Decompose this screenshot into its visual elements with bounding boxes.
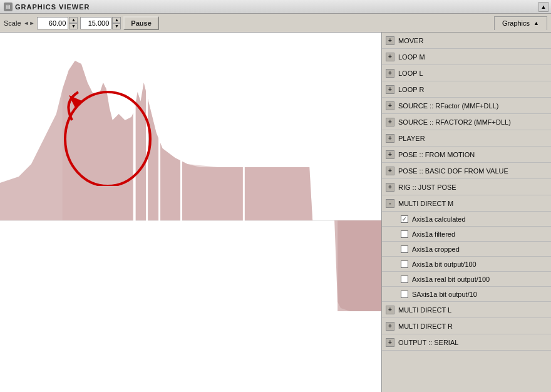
- axis1a-cropped-label: Axis1a cropped: [412, 245, 460, 253]
- saxis1a-bit-output-checkbox[interactable]: [401, 291, 408, 298]
- right-panel: + MOVER + LOOP M + LOOP L + LOOP R + SOU…: [382, 33, 551, 392]
- expand-pose-basic-dof-button[interactable]: +: [386, 167, 394, 175]
- panel-item-multi-direct-m[interactable]: - MULTI DIRECT M: [382, 195, 551, 212]
- multi-direct-r-label: MULTI DIRECT R: [398, 322, 453, 330]
- pose-from-motion-label: POSE :: FROM MOTION: [398, 151, 475, 158]
- window-title: GRAPHICS VIEWER: [15, 3, 90, 11]
- source-rfactor2-label: SOURCE :: RFACTOR2 (MMF+DLL): [398, 118, 511, 126]
- panel-item-output-serial[interactable]: + OUTPUT :: SERIAL: [382, 334, 551, 351]
- panel-items-list: + MOVER + LOOP M + LOOP L + LOOP R + SOU…: [382, 33, 551, 351]
- position-input-group: ▲ ▼: [80, 17, 121, 29]
- scale-input-group: ▲ ▼: [37, 17, 78, 29]
- panel-item-multi-direct-l[interactable]: + MULTI DIRECT L: [382, 302, 551, 318]
- expand-rig-just-pose-button[interactable]: +: [386, 183, 394, 192]
- panel-item-source-rfactor2[interactable]: + SOURCE :: RFACTOR2 (MMF+DLL): [382, 114, 551, 130]
- sub-item-axis1a-real-bit-output[interactable]: Axis1a real bit output/100: [382, 272, 551, 287]
- expand-loop-r-button[interactable]: +: [386, 85, 394, 94]
- panel-item-loop-r[interactable]: + LOOP R: [382, 81, 551, 98]
- axis1a-real-bit-output-checkbox[interactable]: [401, 276, 408, 283]
- app-icon: ▤: [4, 3, 13, 11]
- saxis1a-bit-output-label: SAxis1a bit output/10: [412, 291, 477, 298]
- expand-loop-m-button[interactable]: +: [386, 53, 394, 61]
- scale-spinner: ▲ ▼: [69, 17, 78, 29]
- multi-direct-l-label: MULTI DIRECT L: [398, 306, 451, 314]
- toolbar: Scale ◄► ▲ ▼ ▲ ▼ Pause Graphics ▲: [0, 14, 551, 33]
- scale-up-button[interactable]: ▲: [69, 17, 78, 23]
- sub-item-axis1a-cropped[interactable]: Axis1a cropped: [382, 242, 551, 257]
- scale-arrow-icon: ◄►: [24, 20, 35, 26]
- chart-svg: [0, 33, 381, 392]
- close-button[interactable]: ▲: [538, 2, 548, 12]
- collapse-multi-direct-m-button[interactable]: -: [386, 199, 394, 208]
- rig-just-pose-label: RIG :: JUST POSE: [398, 183, 456, 191]
- expand-pose-from-motion-button[interactable]: +: [386, 150, 394, 159]
- panel-item-loop-m[interactable]: + LOOP M: [382, 49, 551, 65]
- expand-mover-button[interactable]: +: [386, 36, 394, 45]
- sub-item-axis1a-filtered[interactable]: Axis1a filtered: [382, 227, 551, 242]
- player-label: PLAYER: [398, 135, 425, 142]
- chart-area: [0, 33, 382, 392]
- loop-m-label: LOOP M: [398, 53, 425, 61]
- position-input[interactable]: [80, 17, 111, 29]
- graphics-tab[interactable]: Graphics ▲: [494, 16, 547, 30]
- axis1a-bit-output-label: Axis1a bit output/100: [412, 260, 476, 268]
- expand-player-button[interactable]: +: [386, 134, 394, 143]
- scale-input[interactable]: [37, 17, 68, 29]
- output-serial-label: OUTPUT :: SERIAL: [398, 339, 458, 346]
- panel-item-rig-just-pose[interactable]: + RIG :: JUST POSE: [382, 179, 551, 195]
- axis1a-cropped-checkbox[interactable]: [401, 245, 408, 253]
- panel-item-multi-direct-r[interactable]: + MULTI DIRECT R: [382, 318, 551, 334]
- position-up-button[interactable]: ▲: [112, 17, 121, 23]
- main-content: + MOVER + LOOP M + LOOP L + LOOP R + SOU…: [0, 33, 551, 392]
- scale-label: Scale: [4, 19, 21, 27]
- axis1a-filtered-checkbox[interactable]: [401, 230, 408, 238]
- panel-item-mover[interactable]: + MOVER: [382, 33, 551, 49]
- axis1a-real-bit-output-label: Axis1a real bit output/100: [412, 276, 490, 283]
- source-rfactor-label: SOURCE :: RFactor (MMF+DLL): [398, 102, 498, 110]
- expand-loop-l-button[interactable]: +: [386, 69, 394, 78]
- sub-item-saxis1a-bit-output[interactable]: SAxis1a bit output/10: [382, 287, 551, 302]
- graphics-tab-label: Graphics: [502, 19, 530, 27]
- expand-multi-direct-r-button[interactable]: +: [386, 322, 394, 331]
- panel-item-player[interactable]: + PLAYER: [382, 130, 551, 147]
- axis1a-bit-output-checkbox[interactable]: [401, 260, 408, 268]
- graphics-tab-arrow: ▲: [533, 20, 539, 26]
- axis1a-filtered-label: Axis1a filtered: [412, 230, 455, 238]
- title-bar: ▤ GRAPHICS VIEWER ▲: [0, 0, 551, 14]
- panel-item-pose-from-motion[interactable]: + POSE :: FROM MOTION: [382, 147, 551, 163]
- position-spinner: ▲ ▼: [112, 17, 121, 29]
- axis1a-calculated-checkbox[interactable]: [401, 215, 408, 223]
- sub-item-axis1a-bit-output[interactable]: Axis1a bit output/100: [382, 257, 551, 272]
- expand-source-rfactor2-button[interactable]: +: [386, 118, 394, 126]
- expand-output-serial-button[interactable]: +: [386, 338, 394, 347]
- multi-direct-m-label: MULTI DIRECT M: [398, 200, 453, 207]
- panel-item-source-rfactor[interactable]: + SOURCE :: RFactor (MMF+DLL): [382, 98, 551, 114]
- loop-r-label: LOOP R: [398, 86, 424, 93]
- panel-item-pose-basic-dof[interactable]: + POSE :: BASIC DOF FROM VALUE: [382, 163, 551, 179]
- pose-basic-dof-label: POSE :: BASIC DOF FROM VALUE: [398, 167, 508, 175]
- scale-down-button[interactable]: ▼: [69, 23, 78, 29]
- sub-item-axis1a-calculated[interactable]: Axis1a calculated: [382, 212, 551, 227]
- axis1a-calculated-label: Axis1a calculated: [412, 215, 466, 223]
- expand-multi-direct-l-button[interactable]: +: [386, 306, 394, 314]
- expand-source-rfactor-button[interactable]: +: [386, 101, 394, 110]
- pause-button[interactable]: Pause: [123, 16, 158, 30]
- panel-item-loop-l[interactable]: + LOOP L: [382, 65, 551, 81]
- position-down-button[interactable]: ▼: [112, 23, 121, 29]
- loop-l-label: LOOP L: [398, 70, 423, 77]
- mover-label: MOVER: [398, 37, 423, 44]
